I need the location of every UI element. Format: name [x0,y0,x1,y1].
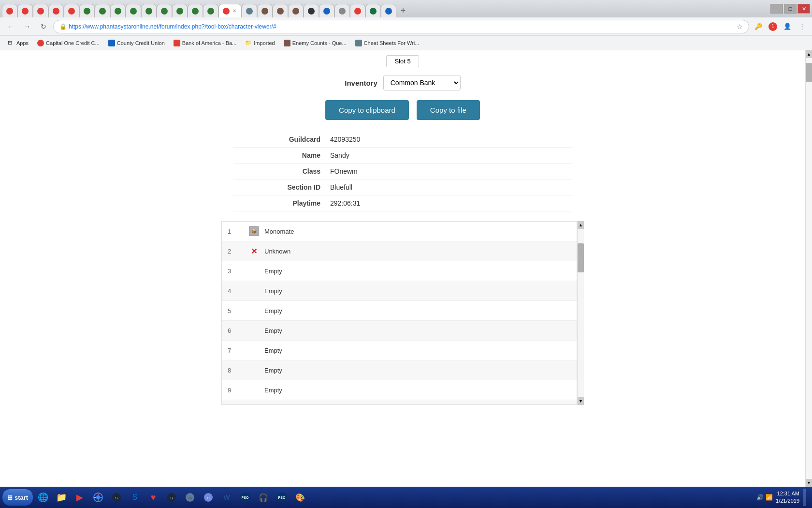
maximize-button[interactable]: □ [784,4,797,14]
tab-21[interactable] [319,4,334,17]
tab-14[interactable] [203,4,218,17]
tab-18[interactable] [273,4,288,17]
inventory-item-icon [247,304,261,317]
page-scroll-down[interactable]: ▼ [806,479,812,487]
bookmark-imported[interactable]: 📁 Imported [241,37,278,49]
network-icon[interactable]: 📶 [766,494,773,501]
show-desktop-icon[interactable] [803,489,806,506]
page-scroll-up[interactable]: ▲ [806,50,812,58]
back-button[interactable]: ← [4,20,17,33]
forward-button[interactable]: → [20,20,34,33]
tab-8[interactable] [110,4,126,17]
tab-13[interactable] [188,4,203,17]
tab-23[interactable] [350,4,365,17]
tab-favicon-7 [99,8,106,15]
key-icon[interactable]: 🔑 [752,20,765,33]
scroll-up-button[interactable]: ▲ [578,221,584,229]
tab-1[interactable] [2,4,17,17]
tab-15-active[interactable]: ✕ [218,4,242,17]
taskbar-discord-icon[interactable]: D [200,489,217,506]
tab-10[interactable] [141,4,157,17]
name-label: Name [233,151,330,159]
slot-5-button[interactable]: Slot 5 [386,55,419,67]
inventory-item-number: 7 [228,347,247,354]
page-content: Slot 5 Inventory Inventory Common Bank C… [0,50,805,487]
tab-5[interactable] [64,4,79,17]
tab-25[interactable] [381,4,396,17]
taskbar-word-icon[interactable]: W [218,489,235,506]
scroll-thumb[interactable] [578,243,584,272]
tab-22[interactable] [334,4,350,17]
taskbar-chrome-icon[interactable] [89,489,107,506]
tab-3[interactable] [33,4,48,17]
menu-icon[interactable]: ⋮ [796,20,808,33]
tab-20[interactable] [304,4,319,17]
tab-17[interactable] [257,4,273,17]
inventory-item-icon: 📦 [247,224,261,238]
close-button[interactable]: ✕ [798,4,810,14]
bookmark-bank-of-america[interactable]: Bank of America - Ba... [170,37,241,49]
bookmark-apps[interactable]: ⊞ Apps [4,37,32,49]
inventory-item-row: 3Empty [222,261,577,281]
user-icon[interactable]: 👤 [781,20,794,33]
tab-favicon-18 [277,8,284,15]
copy-clipboard-button[interactable]: Copy to clipboard [325,100,409,120]
taskbar-steam2-icon[interactable]: S [163,489,180,506]
tab-16[interactable] [242,4,257,17]
unknown-x-icon: ✕ [251,247,257,256]
tab-6[interactable] [79,4,95,17]
inventory-list[interactable]: 1📦Monomate2✕Unknown3Empty4Empty5Empty6Em… [221,221,577,405]
bookmark-cheat-sheets[interactable]: Cheat Sheets For Wri... [351,37,423,49]
inventory-item-name: Empty [264,367,282,374]
inventory-item-icon [247,264,261,278]
inventory-select[interactable]: Inventory Common Bank Character Bank [383,75,461,90]
minimize-button[interactable]: − [770,4,783,14]
guildcard-value: 42093250 [330,135,360,143]
taskbar-paint-icon[interactable]: 🎨 [291,489,309,506]
bookmark-county-credit[interactable]: County Credit Union [104,37,169,49]
tab-19[interactable] [288,4,304,17]
taskbar-heart-icon[interactable]: ♥ [145,489,162,506]
reload-button[interactable]: ↻ [37,20,50,33]
tab-24[interactable] [365,4,381,17]
taskbar-pso2-icon[interactable]: PSO [273,489,290,506]
scroll-down-button[interactable]: ▼ [578,397,584,405]
taskbar-pso-icon[interactable]: PSO [236,489,254,506]
tab-7[interactable] [95,4,110,17]
taskbar-media-icon[interactable]: ▶ [71,489,88,506]
class-row: Class FOnewm [233,164,572,179]
user-badge-icon[interactable]: 1 [767,20,779,33]
taskbar-right: 🔊 📶 12:31 AM 1/21/2019 [756,489,810,506]
tab-2[interactable] [17,4,33,17]
url-bar[interactable]: 🔒 https://www.phantasystaronline.net/for… [53,20,749,33]
inventory-item-icon [247,363,261,377]
inventory-scrollbar[interactable]: ▲ ▼ [577,221,584,405]
bookmark-enemy-counts[interactable]: Enemy Counts - Que... [280,37,350,49]
tab-4[interactable] [48,4,64,17]
page-scrollbar[interactable]: ▲ ▼ [805,50,812,487]
taskbar-steam-icon[interactable]: S [108,489,125,506]
volume-icon[interactable]: 🔊 [756,494,764,501]
copy-buttons: Copy to clipboard Copy to file [163,100,642,120]
svg-point-1 [96,495,100,499]
copy-file-button[interactable]: Copy to file [417,100,480,120]
tab-strip: ✕ [2,0,768,17]
page-scroll-thumb[interactable] [806,63,812,82]
tab-close-15[interactable]: ✕ [232,8,237,14]
taskbar-skype-icon[interactable]: S [126,489,144,506]
inventory-item-row: 9Empty [222,380,577,400]
start-button[interactable]: ⊞ start [2,489,33,506]
page-area: Slot 5 Inventory Inventory Common Bank C… [0,50,812,487]
new-tab-button[interactable]: + [396,4,410,17]
bookmark-capital-one[interactable]: Capital One Credit C... [33,37,103,49]
bookmark-star-icon[interactable]: ☆ [737,23,743,30]
taskbar-steam3-icon[interactable]: 🎮 [181,489,199,506]
tab-12[interactable] [172,4,188,17]
tab-favicon-4 [53,8,59,15]
tab-9[interactable] [126,4,141,17]
inventory-item-number: 2 [228,248,247,255]
taskbar-ie-icon[interactable]: 🌐 [34,489,52,506]
tab-11[interactable] [157,4,172,17]
taskbar-headset-icon[interactable]: 🎧 [255,489,272,506]
taskbar-folder-icon[interactable]: 📁 [53,489,70,506]
